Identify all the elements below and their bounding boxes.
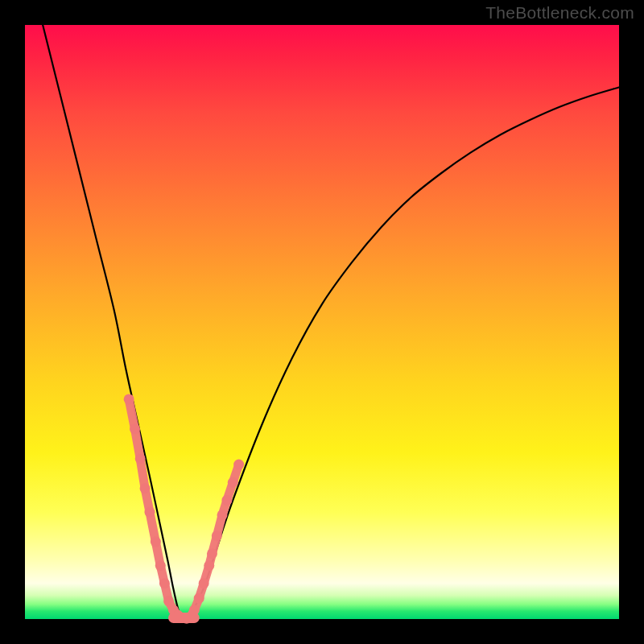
marker-dot [163, 596, 174, 606]
marker-dot [140, 483, 151, 493]
marker-dot [159, 578, 170, 588]
marker-dot [135, 453, 146, 464]
marker-dot [144, 507, 155, 518]
watermark-text: TheBottleneck.com [485, 3, 634, 23]
chart-svg [25, 25, 619, 619]
marker-dot [151, 537, 161, 547]
marker-dot [194, 593, 204, 604]
marker-dot [221, 495, 232, 506]
marker-dot [204, 560, 214, 571]
bottleneck-curve [43, 25, 619, 619]
marker-dot [199, 578, 209, 588]
marker-dot [155, 560, 166, 571]
plot-area [25, 25, 619, 619]
highlight-markers-group [124, 394, 245, 623]
chart-frame: TheBottleneck.com [0, 0, 644, 644]
marker-dot [124, 394, 134, 404]
marker-dot [130, 423, 140, 434]
marker-dot [212, 530, 222, 541]
marker-dot [228, 477, 238, 488]
marker-dot [233, 460, 244, 470]
marker-dot [207, 548, 217, 559]
marker-dot [217, 510, 228, 520]
curve-line-group [43, 25, 619, 619]
